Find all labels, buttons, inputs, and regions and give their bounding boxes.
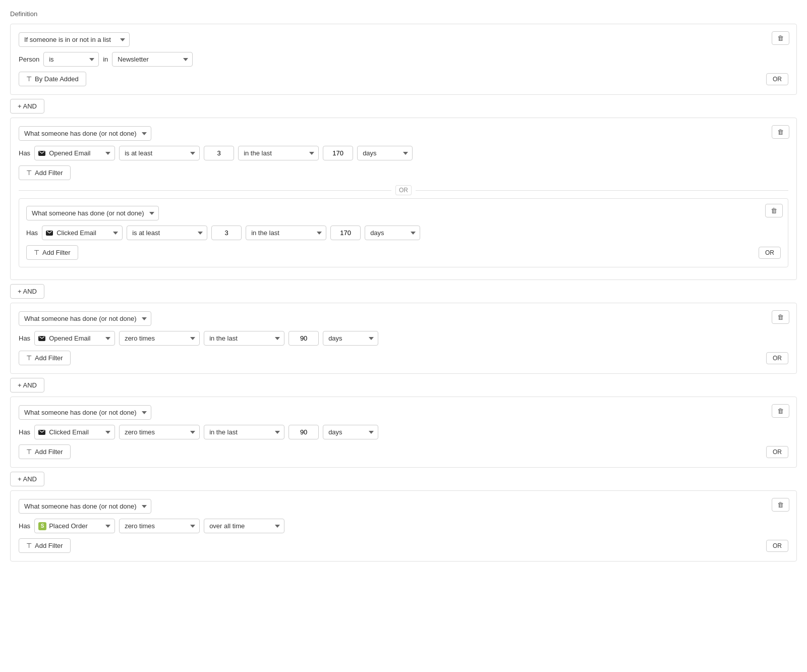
- event-select-4[interactable]: Clicked Email: [34, 425, 115, 439]
- condition-type-select-1[interactable]: If someone is in or not in a list: [19, 32, 130, 47]
- condition-row-1: If someone is in or not in a list: [19, 32, 788, 47]
- delete-inner-button[interactable]: 🗑: [765, 204, 783, 217]
- inner-block-footer: ⊤ Add Filter OR: [26, 245, 781, 260]
- condition-row-inner: What someone has done (or not done): [26, 206, 781, 220]
- event-select-1[interactable]: Opened Email: [34, 146, 115, 160]
- or-line-left: [19, 190, 391, 191]
- days-input-4[interactable]: [289, 425, 319, 439]
- time-select-5[interactable]: over all time: [204, 519, 284, 533]
- has-label-3: Has: [19, 334, 30, 342]
- delete-block-5-button[interactable]: 🗑: [772, 498, 789, 512]
- has-label-2: Has: [26, 229, 38, 237]
- add-filter-button-3[interactable]: ⊤ Add Filter: [19, 351, 71, 365]
- and-button-2[interactable]: + AND: [10, 284, 44, 299]
- condition-type-select-5[interactable]: What someone has done (or not done): [19, 499, 151, 514]
- trash-icon-5: 🗑: [777, 501, 784, 509]
- add-filter-row-1: ⊤ Add Filter: [19, 165, 788, 180]
- add-filter-button-5[interactable]: ⊤ Add Filter: [19, 538, 71, 553]
- condition-block-2: 🗑 What someone has done (or not done) Ha…: [10, 118, 797, 280]
- block-1-footer: ⊤ By Date Added OR: [19, 72, 788, 86]
- add-filter-button-2[interactable]: ⊤ Add Filter: [26, 245, 78, 260]
- time-select-3[interactable]: in the last: [204, 331, 284, 346]
- trash-icon-2: 🗑: [777, 128, 784, 136]
- trash-icon-inner: 🗑: [771, 207, 777, 214]
- days-input-2[interactable]: [330, 226, 361, 240]
- or-button-2[interactable]: OR: [759, 247, 781, 259]
- has-label-4: Has: [19, 428, 30, 436]
- event-select-3[interactable]: Opened Email: [34, 331, 115, 346]
- condition-row-5: What someone has done (or not done): [19, 499, 788, 514]
- list-select[interactable]: Newsletter: [112, 52, 193, 67]
- value-input-2[interactable]: [211, 226, 242, 240]
- condition-block-5: 🗑 What someone has done (or not done) Ha…: [10, 490, 797, 562]
- and-button-3[interactable]: + AND: [10, 378, 44, 393]
- filter-icon-5: ⊤: [26, 542, 32, 549]
- days-input-3[interactable]: [289, 331, 319, 346]
- has-row-5: Has Placed Order S zero times over all t…: [19, 519, 788, 533]
- person-row: Person is in Newsletter: [19, 52, 788, 67]
- has-row-3: Has Opened Email zero times in the last …: [19, 331, 788, 346]
- has-label-5: Has: [19, 522, 30, 530]
- block-4-footer: ⊤ Add Filter OR: [19, 444, 788, 459]
- or-button-5[interactable]: OR: [766, 540, 788, 552]
- delete-block-4-button[interactable]: 🗑: [772, 404, 789, 418]
- qualifier-select-3[interactable]: zero times: [119, 331, 200, 346]
- person-label: Person: [19, 55, 39, 63]
- by-date-added-button[interactable]: ⊤ By Date Added: [19, 72, 86, 86]
- block-3-footer: ⊤ Add Filter OR: [19, 351, 788, 365]
- has-row-2: Has Clicked Email is at least in the las…: [26, 226, 781, 240]
- condition-type-select-inner[interactable]: What someone has done (or not done): [26, 206, 159, 220]
- and-button-4[interactable]: + AND: [10, 472, 44, 486]
- or-line-right: [416, 190, 788, 191]
- in-label: in: [103, 55, 108, 63]
- qualifier-select-4[interactable]: zero times: [119, 425, 200, 439]
- or-button-4[interactable]: OR: [766, 446, 788, 458]
- time-select-2[interactable]: in the last: [246, 226, 326, 240]
- trash-icon-4: 🗑: [777, 407, 784, 415]
- and-button-1[interactable]: + AND: [10, 99, 44, 114]
- add-filter-button-4[interactable]: ⊤ Add Filter: [19, 444, 71, 459]
- trash-icon: 🗑: [777, 34, 784, 42]
- by-date-label: By Date Added: [35, 75, 79, 83]
- event-select-2[interactable]: Clicked Email: [42, 226, 123, 240]
- days-unit-select-3[interactable]: days: [323, 331, 378, 346]
- filter-icon-2: ⊤: [34, 249, 39, 256]
- page-title: Definition: [10, 10, 797, 18]
- qualifier-select-2[interactable]: is at least: [127, 226, 207, 240]
- condition-row-4: What someone has done (or not done): [19, 405, 788, 420]
- condition-row-3: What someone has done (or not done): [19, 311, 788, 326]
- condition-block-1: 🗑 If someone is in or not in a list Pers…: [10, 24, 797, 95]
- or-text: OR: [395, 185, 412, 195]
- add-filter-button-1[interactable]: ⊤ Add Filter: [19, 165, 71, 180]
- condition-type-select-2[interactable]: What someone has done (or not done): [19, 126, 151, 141]
- filter-icon-4: ⊤: [26, 448, 32, 456]
- or-connector-2: OR: [19, 185, 788, 195]
- qualifier-select-5[interactable]: zero times: [119, 519, 200, 533]
- days-unit-select-1[interactable]: days: [357, 146, 413, 160]
- has-label-1: Has: [19, 149, 30, 157]
- delete-block-2-button[interactable]: 🗑: [772, 125, 789, 139]
- event-select-5[interactable]: Placed Order: [34, 519, 115, 533]
- days-unit-select-4[interactable]: days: [323, 425, 378, 439]
- days-unit-select-2[interactable]: days: [365, 226, 420, 240]
- delete-block-3-button[interactable]: 🗑: [772, 310, 789, 324]
- has-row-1: Has Opened Email is at least in the last…: [19, 146, 788, 160]
- condition-block-3: 🗑 What someone has done (or not done) Ha…: [10, 303, 797, 374]
- has-row-4: Has Clicked Email zero times in the last…: [19, 425, 788, 439]
- person-is-select[interactable]: is: [43, 52, 99, 67]
- qualifier-select-1[interactable]: is at least: [119, 146, 200, 160]
- days-input-1[interactable]: [323, 146, 353, 160]
- block-5-footer: ⊤ Add Filter OR: [19, 538, 788, 553]
- time-select-4[interactable]: in the last: [204, 425, 284, 439]
- condition-type-select-3[interactable]: What someone has done (or not done): [19, 311, 151, 326]
- filter-icon: ⊤: [26, 75, 32, 83]
- delete-block-1-button[interactable]: 🗑: [772, 31, 789, 45]
- condition-type-select-4[interactable]: What someone has done (or not done): [19, 405, 151, 420]
- time-select-1[interactable]: in the last: [238, 146, 319, 160]
- trash-icon-3: 🗑: [777, 313, 784, 321]
- condition-row-2: What someone has done (or not done): [19, 126, 788, 141]
- or-button-1[interactable]: OR: [766, 73, 788, 85]
- or-button-3[interactable]: OR: [766, 352, 788, 364]
- value-input-1[interactable]: [204, 146, 234, 160]
- filter-icon-3: ⊤: [26, 354, 32, 362]
